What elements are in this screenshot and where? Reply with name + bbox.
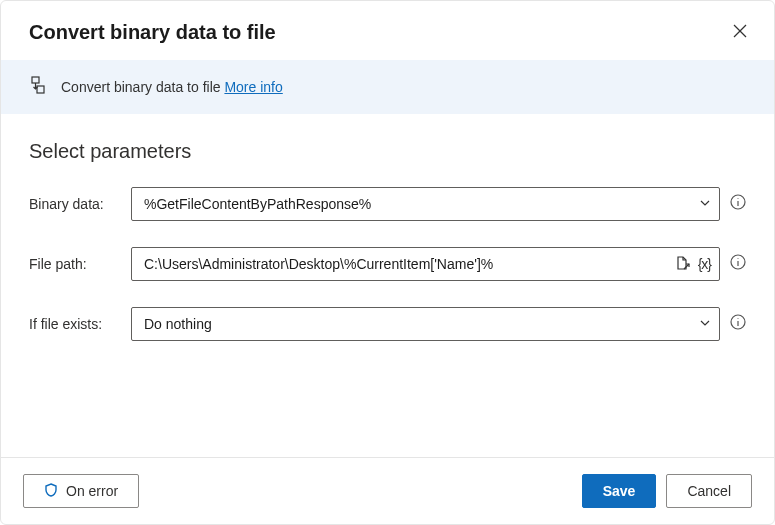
- footer-right: Save Cancel: [582, 474, 752, 508]
- shield-icon: [44, 483, 58, 500]
- banner-text-label: Convert binary data to file: [61, 79, 224, 95]
- label-if-exists: If file exists:: [29, 316, 119, 332]
- svg-point-14: [738, 318, 739, 319]
- titlebar: Convert binary data to file: [1, 1, 774, 60]
- browse-file-icon[interactable]: [674, 255, 690, 274]
- file-path-field[interactable]: {x}: [131, 247, 720, 281]
- label-binary-data: Binary data:: [29, 196, 119, 212]
- dialog-title: Convert binary data to file: [29, 21, 276, 44]
- svg-point-7: [738, 198, 739, 199]
- cancel-button[interactable]: Cancel: [666, 474, 752, 508]
- more-info-link[interactable]: More info: [224, 79, 282, 95]
- row-file-path: File path: {x}: [29, 247, 746, 281]
- save-button[interactable]: Save: [582, 474, 657, 508]
- close-button[interactable]: [728, 19, 752, 46]
- svg-point-11: [738, 258, 739, 259]
- banner-text: Convert binary data to file More info: [61, 79, 283, 95]
- info-banner: Convert binary data to file More info: [1, 60, 774, 114]
- row-if-file-exists: If file exists: Do nothing: [29, 307, 746, 341]
- on-error-button[interactable]: On error: [23, 474, 139, 508]
- binary-data-value: %GetFileContentByPathResponse%: [144, 196, 699, 212]
- if-exists-combo[interactable]: Do nothing: [131, 307, 720, 341]
- row-binary-data: Binary data: %GetFileContentByPathRespon…: [29, 187, 746, 221]
- label-file-path: File path:: [29, 256, 119, 272]
- if-exists-value: Do nothing: [144, 316, 699, 332]
- svg-rect-2: [32, 77, 39, 83]
- file-path-input[interactable]: [144, 256, 674, 272]
- variable-picker-icon[interactable]: {x}: [698, 256, 711, 272]
- close-icon: [732, 27, 748, 42]
- convert-file-icon: [29, 76, 47, 98]
- chevron-down-icon: [699, 196, 711, 212]
- on-error-label: On error: [66, 483, 118, 499]
- info-icon[interactable]: [730, 314, 746, 334]
- section-heading: Select parameters: [29, 140, 746, 163]
- chevron-down-icon: [699, 316, 711, 332]
- binary-data-combo[interactable]: %GetFileContentByPathResponse%: [131, 187, 720, 221]
- content-area: Select parameters Binary data: %GetFileC…: [1, 114, 774, 457]
- svg-rect-3: [37, 86, 44, 93]
- info-icon[interactable]: [730, 254, 746, 274]
- footer: On error Save Cancel: [1, 457, 774, 524]
- info-icon[interactable]: [730, 194, 746, 214]
- convert-binary-dialog: Convert binary data to file Convert bina…: [0, 0, 775, 525]
